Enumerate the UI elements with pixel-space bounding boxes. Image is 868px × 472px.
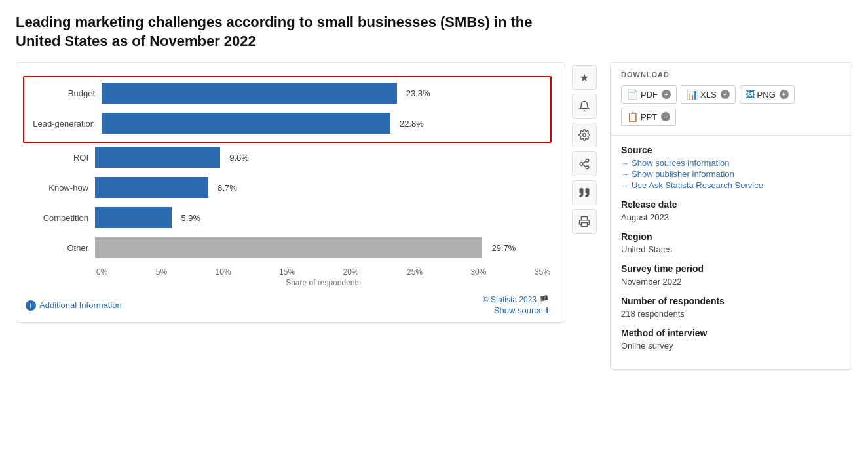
axis-label: Share of respondents (95, 278, 552, 287)
ppt-plus: + (661, 112, 670, 121)
bar-row-competition: Competition 5.9% (23, 207, 552, 228)
bar-label-other: Other (23, 243, 95, 253)
bar-row-knowhow: Know-how 8.7% (23, 177, 552, 198)
chart-footer: i Additional Information © Statista 2023… (23, 295, 552, 315)
bar-value-knowhow: 8.7% (217, 183, 237, 193)
ppt-label: PPT (641, 112, 657, 122)
bar-track-budget: 23.3% (102, 83, 545, 104)
bar-track-lead: 22.8% (102, 113, 545, 134)
additional-info-label: Additional Information (39, 300, 122, 310)
bar-track-roi: 9.6% (95, 147, 552, 168)
bar-row-roi: ROI 9.6% (23, 147, 552, 168)
tick-10: 10% (216, 267, 231, 277)
bar-row-budget: Budget 23.3% (29, 83, 545, 104)
interview-value: Online survey (621, 341, 841, 351)
survey-period-section: Survey time period November 2022 (621, 264, 841, 286)
svg-rect-6 (582, 223, 588, 227)
bar-track-other: 29.7% (95, 237, 552, 258)
show-sources-link[interactable]: → Show sources information (621, 158, 841, 168)
bar-fill-competition (95, 207, 172, 228)
chart-container: Budget 23.3% Lead-generation 22.8% (16, 62, 565, 323)
xls-icon: 📊 (687, 89, 698, 100)
side-toolbar: ★ (569, 62, 599, 323)
share-button[interactable] (572, 151, 597, 176)
bar-label-knowhow: Know-how (23, 183, 95, 193)
png-plus: + (780, 90, 789, 99)
arrow-sources-icon: → (621, 159, 629, 168)
download-buttons: 📄 PDF + 📊 XLS + 🖼 PNG + (621, 85, 841, 126)
axis-ticks: 0% 5% 10% 15% 20% 25% 30% 35% (95, 267, 552, 277)
download-pdf-button[interactable]: 📄 PDF + (621, 85, 677, 104)
show-publisher-link[interactable]: → Show publisher information (621, 169, 841, 179)
bar-track-knowhow: 8.7% (95, 177, 552, 198)
survey-period-label: Survey time period (621, 264, 841, 274)
svg-point-1 (586, 159, 589, 163)
release-date-value: August 2023 (621, 212, 841, 222)
ppt-icon: 📋 (627, 111, 638, 122)
chart-footer-right: © Statista 2023 🏴 Show source ℹ (483, 295, 549, 315)
bar-fill-lead (102, 113, 390, 134)
tick-15: 15% (279, 267, 295, 277)
quote-button[interactable] (572, 180, 597, 205)
bar-fill-roi (95, 147, 220, 168)
page-title: Leading marketing challenges according t… (16, 13, 579, 50)
download-ppt-button[interactable]: 📋 PPT + (621, 108, 676, 126)
bar-value-other: 29.7% (491, 243, 516, 253)
bar-fill-knowhow (95, 177, 208, 198)
pdf-icon: 📄 (627, 89, 638, 100)
additional-info-button[interactable]: i Additional Information (26, 300, 122, 311)
print-button[interactable] (572, 209, 597, 234)
show-source-button[interactable]: Show source ℹ (494, 305, 549, 315)
bar-value-competition: 5.9% (181, 213, 200, 223)
bar-value-roi: 9.6% (229, 153, 249, 163)
ask-statista-link[interactable]: → Use Ask Statista Research Service (621, 180, 841, 190)
source-label: Source (621, 145, 841, 155)
bell-button[interactable] (572, 94, 597, 119)
star-button[interactable]: ★ (572, 65, 597, 90)
tick-30: 30% (470, 267, 486, 277)
svg-line-5 (582, 161, 586, 163)
region-section: Region United States (621, 231, 841, 254)
arrow-publisher-icon: → (621, 170, 629, 179)
svg-point-2 (580, 163, 583, 166)
svg-point-0 (583, 134, 586, 137)
tick-25: 25% (407, 267, 423, 277)
respondents-label: Number of respondents (621, 296, 841, 306)
bar-track-competition: 5.9% (95, 207, 552, 228)
bar-row-other: Other 29.7% (23, 237, 552, 258)
download-xls-button[interactable]: 📊 XLS + (681, 85, 736, 104)
arrow-ask-icon: → (621, 181, 629, 190)
interview-section: Method of interview Online survey (621, 328, 841, 351)
xls-label: XLS (700, 90, 717, 100)
highlighted-bars-box: Budget 23.3% Lead-generation 22.8% (23, 76, 552, 143)
survey-period-value: November 2022 (621, 277, 841, 286)
bar-label-roi: ROI (23, 153, 95, 163)
bar-label-budget: Budget (29, 88, 102, 98)
tick-35: 35% (535, 267, 550, 277)
release-date-label: Release date (621, 199, 841, 210)
copyright-text: © Statista 2023 🏴 (483, 295, 549, 304)
right-panel: DOWNLOAD 📄 PDF + 📊 XLS + 🖼 PNG (610, 62, 852, 370)
region-label: Region (621, 231, 841, 242)
download-title: DOWNLOAD (621, 71, 841, 79)
info-panel: Source → Show sources information → Show… (611, 136, 852, 369)
pdf-label: PDF (641, 90, 658, 100)
respondents-value: 218 respondents (621, 309, 841, 319)
region-value: United States (621, 245, 841, 254)
svg-line-4 (582, 165, 586, 167)
bar-fill-budget (102, 83, 397, 104)
respondents-section: Number of respondents 218 respondents (621, 296, 841, 319)
bar-label-competition: Competition (23, 213, 95, 223)
bar-value-budget: 23.3% (406, 88, 430, 98)
gear-button[interactable] (572, 123, 597, 148)
download-png-button[interactable]: 🖼 PNG + (740, 85, 795, 104)
tick-5: 5% (156, 267, 167, 277)
tick-0: 0% (96, 267, 107, 277)
bar-label-lead: Lead-generation (29, 119, 102, 128)
axis-section: 0% 5% 10% 15% 20% 25% 30% 35% Share of r… (23, 267, 552, 287)
download-section: DOWNLOAD 📄 PDF + 📊 XLS + 🖼 PNG (611, 63, 852, 136)
svg-point-3 (586, 166, 589, 169)
bar-row-lead: Lead-generation 22.8% (29, 113, 545, 134)
xls-plus: + (721, 90, 730, 99)
png-label: PNG (757, 90, 776, 100)
